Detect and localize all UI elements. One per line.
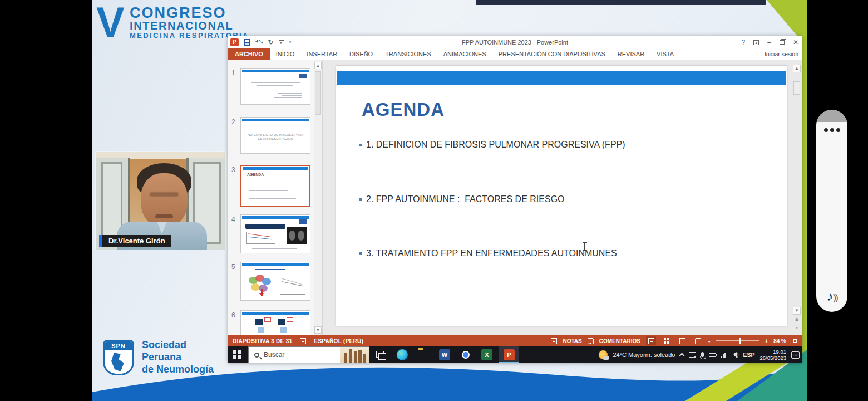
slide-bullet-1[interactable]: 1. DEFINICION DE FIBROSIS PULMONAR PROGR… [366,140,625,150]
cast-icon[interactable] [689,352,696,358]
tab-archivo[interactable]: ARCHIVO [228,48,270,60]
reading-view-icon[interactable] [677,336,687,345]
slide-5-thumbnail[interactable] [240,262,310,301]
powerpoint-title-bar[interactable]: P ↶▾ ↻ ▸ ▾ FPP AUTOINMUNE 2023 - PowerPo… [228,36,802,48]
battery-icon[interactable] [709,353,716,357]
notes-icon[interactable] [551,338,557,344]
thumbnail-scrollbar[interactable]: ▲ ▼ [314,60,322,335]
start-button-icon[interactable] [233,350,241,359]
restore-icon[interactable] [780,40,785,45]
network-icon[interactable] [721,353,726,358]
tab-presentacion[interactable]: PRESENTACIÓN CON DIAPOSITIVAS [492,48,611,60]
thumb-logo-box [299,74,307,78]
slide-title[interactable]: AGENDA [362,99,445,120]
speaker-face [141,173,188,228]
spn-shield-icon: SPN [103,340,134,375]
previous-slide-icon[interactable]: ≙ [793,317,801,325]
volume-icon[interactable]: )) [731,352,738,358]
slide-sorter-view-icon[interactable] [662,336,672,345]
tab-vista[interactable]: VISTA [650,48,680,60]
excel-icon[interactable]: X [481,349,492,360]
sign-in-link[interactable]: Iniciar sesión [765,48,798,60]
slide-position-label: DIAPOSITIVA 3 DE 31 [233,338,292,344]
scroll-down-icon[interactable]: ▼ [793,307,801,315]
undo-icon[interactable]: ↶▾ [255,38,263,46]
clock[interactable]: 19:01 26/05/2023 [760,349,786,361]
slide-bullet-3[interactable]: 3. TRATAMIENTO FPP EN ENFERMEDADES AUTOI… [366,248,617,258]
ribbon-display-options-icon[interactable]: ▴ [753,40,759,45]
search-placeholder: Buscar [264,351,340,359]
save-icon[interactable] [244,39,250,46]
thumb-title-line [255,269,285,270]
comments-icon[interactable] [588,338,594,344]
current-slide[interactable]: AGENDA 1. DEFINICION DE FIBROSIS PULMONA… [336,66,787,326]
taskbar-search-input[interactable]: Buscar [248,346,369,363]
tab-transiciones[interactable]: TRANSICIONES [379,48,437,60]
help-icon[interactable]: ? [742,38,746,46]
weather-icon[interactable] [599,350,608,359]
slide-scrollbar[interactable]: ▲ ▼ ≙ ≚ [793,60,801,335]
tab-insertar[interactable]: INSERTAR [300,48,343,60]
normal-view-icon[interactable] [646,336,656,345]
powerpoint-app-icon[interactable]: P [230,38,239,46]
congress-numeral: V [96,4,122,40]
comments-toggle[interactable]: COMENTARIOS [599,338,640,344]
microphone-icon[interactable] [701,352,704,357]
slide-3-thumbnail-selected[interactable]: AGENDA [240,165,310,207]
spn-abbr: SPN [105,341,132,350]
spn-name-line3: de Neumología [142,363,214,375]
thumb-text-line [249,198,296,199]
thumb-slide2-text: NO CONFLICTO DE INTERES PARA ESTA PRESEN… [246,133,304,141]
thumb-blue-bar [242,263,309,266]
zoom-out-icon[interactable]: - [708,338,710,344]
next-slide-icon[interactable]: ≚ [793,326,801,334]
tab-animaciones[interactable]: ANIMACIONES [437,48,492,60]
zoom-slider[interactable] [716,340,759,341]
close-icon[interactable]: ✕ [793,38,798,46]
task-view-icon[interactable] [376,351,384,358]
notes-page-icon[interactable] [300,338,306,344]
slideshow-view-icon[interactable] [693,336,703,345]
more-options-icon[interactable] [816,124,847,134]
word-icon[interactable]: W [439,349,450,360]
speaker-webcam-video[interactable]: Dr.Vicente Girón [96,152,225,250]
thumb-text-line [251,82,300,83]
scroll-down-icon[interactable]: ▼ [314,326,322,334]
scrollbar-thumb[interactable] [793,81,800,95]
tab-inicio[interactable]: INICIO [270,48,301,60]
toolbar-handle[interactable] [816,110,847,122]
tray-expand-icon[interactable] [679,353,685,359]
edge-icon[interactable] [397,349,408,360]
tab-revisar[interactable]: REVISAR [611,48,650,60]
slide-bullet-2[interactable]: 2. FPP AUTOINMUNE : FACTORES DE RIESGO [366,194,565,204]
slideshow-qat-icon[interactable]: ▸ [279,40,284,45]
scroll-up-icon[interactable]: ▲ [793,65,801,72]
media-sound-icon[interactable]: ♪)) [816,288,847,304]
phone-floating-toolbar[interactable]: ♪)) [816,110,847,312]
tab-diseno[interactable]: DISEÑO [343,48,379,60]
zoom-level[interactable]: 84 % [773,338,786,344]
zoom-in-icon[interactable]: + [765,338,768,344]
conference-stage: V CONGRESO INTERNACIONAL MEDICINA RESPIR… [92,0,807,401]
powerpoint-icon[interactable]: P [504,349,515,360]
fit-slide-icon[interactable] [792,338,798,344]
weather-label[interactable]: 24°C Mayorm. soleado [613,351,675,358]
slide-1-thumbnail[interactable] [240,68,310,105]
search-image[interactable] [340,347,369,363]
quick-access-toolbar: P ↶▾ ↻ ▸ ▾ [230,36,291,48]
slide-6-thumbnail[interactable] [240,310,310,335]
redo-icon[interactable]: ↻ [268,39,274,46]
scrollbar-thumb[interactable] [315,71,321,115]
zoom-slider-thumb[interactable] [739,338,741,344]
scroll-up-icon[interactable]: ▲ [314,62,322,69]
minimize-icon[interactable]: – [767,38,771,46]
language-label[interactable]: ESPAÑOL (PERÚ) [314,338,363,344]
spn-name-line1: Sociedad [142,339,214,351]
notification-center-icon[interactable]: 32 [791,351,800,359]
slide-editing-area: AGENDA 1. DEFINICION DE FIBROSIS PULMONA… [323,60,802,335]
notes-toggle[interactable]: NOTAS [563,338,581,344]
slide-4-thumbnail[interactable] [240,214,310,253]
customize-qat-icon[interactable]: ▾ [289,40,292,45]
input-language-label[interactable]: ESP [743,351,754,358]
slide-2-thumbnail[interactable]: NO CONFLICTO DE INTERES PARA ESTA PRESEN… [240,117,310,154]
